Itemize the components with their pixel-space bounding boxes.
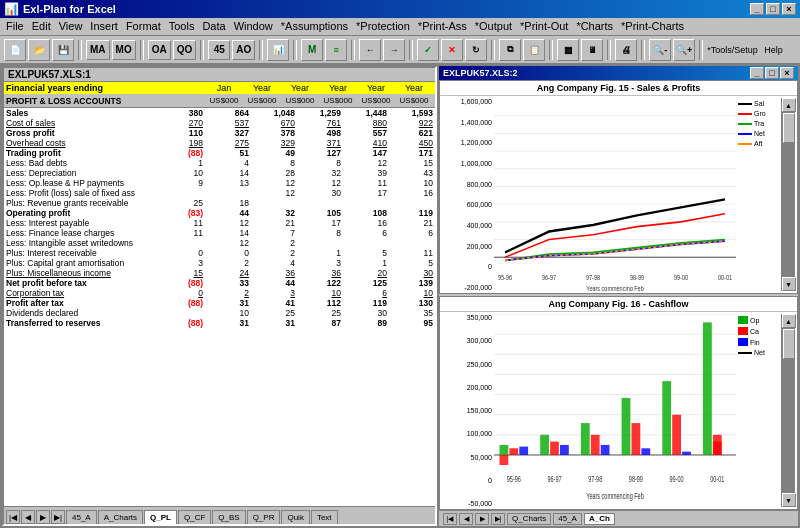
tab-quik[interactable]: Quik <box>281 510 309 524</box>
menu-file[interactable]: File <box>2 19 28 34</box>
chart-tab-nav-next[interactable]: ▶ <box>475 513 489 525</box>
chart-tab-nav-first[interactable]: |◀ <box>443 513 457 525</box>
ao-button[interactable]: AO <box>232 40 255 60</box>
menu-print-out[interactable]: *Print-Out <box>516 19 572 34</box>
y-label: 1,400,000 <box>442 119 492 126</box>
left-spreadsheet-panel: EXLPUK57.XLS:1 Financial years ending Ja… <box>2 66 437 526</box>
scroll-thumb[interactable] <box>783 329 795 359</box>
chart-button[interactable]: 📊 <box>267 39 289 61</box>
oa-button[interactable]: OA <box>148 40 171 60</box>
chart1-scrollbar[interactable]: ▲ ▼ <box>781 98 795 291</box>
spreadsheet[interactable]: Financial years ending Jan Year Year Yea… <box>4 82 435 506</box>
cell: 3 <box>297 258 343 268</box>
maximize-button[interactable]: □ <box>766 3 780 15</box>
tab-45a[interactable]: 45_A <box>66 510 97 524</box>
cell: 1,448 <box>343 108 389 118</box>
help-menu[interactable]: Help <box>764 45 783 55</box>
mo-button[interactable]: MO <box>112 40 136 60</box>
chart2-scrollbar[interactable]: ▲ ▼ <box>781 314 795 507</box>
scroll-up-button[interactable]: ▲ <box>782 98 796 112</box>
menu-edit[interactable]: Edit <box>28 19 55 34</box>
cell: 17 <box>343 188 389 198</box>
45-button[interactable]: 45 <box>208 40 230 60</box>
zoom-out-button[interactable]: 🔍- <box>649 39 671 61</box>
tab-qbs[interactable]: Q_BS <box>212 510 245 524</box>
menu-format[interactable]: Format <box>122 19 165 34</box>
menu-print-charts[interactable]: *Print-Charts <box>617 19 688 34</box>
tab-nav-prev[interactable]: ◀ <box>21 510 35 524</box>
tab-qpr[interactable]: Q_PR <box>247 510 281 524</box>
cell: 10 <box>297 288 343 298</box>
menu-protection[interactable]: *Protection <box>352 19 414 34</box>
cell: 11 <box>389 248 435 258</box>
scroll-thumb[interactable] <box>783 113 795 143</box>
scroll-down-button[interactable]: ▼ <box>782 493 796 507</box>
menu-view[interactable]: View <box>55 19 87 34</box>
menu-window[interactable]: Window <box>230 19 277 34</box>
list-button[interactable]: ≡ <box>325 39 347 61</box>
tab-nav-last[interactable]: ▶| <box>51 510 65 524</box>
ma-button[interactable]: MA <box>86 40 110 60</box>
menu-data[interactable]: Data <box>198 19 229 34</box>
svg-text:96-97: 96-97 <box>547 475 561 484</box>
chart-tab-nav-prev[interactable]: ◀ <box>459 513 473 525</box>
svg-rect-27 <box>519 447 528 455</box>
cell: 35 <box>389 308 435 318</box>
cell: 10 <box>389 288 435 298</box>
tab-qpl[interactable]: Q_PL <box>144 510 177 524</box>
cell <box>159 238 205 248</box>
minimize-button[interactable]: _ <box>750 3 764 15</box>
open-button[interactable]: 📂 <box>28 39 50 61</box>
chart-tab-45a[interactable]: 45_A <box>553 513 582 525</box>
menu-charts[interactable]: *Charts <box>572 19 617 34</box>
tab-nav-next[interactable]: ▶ <box>36 510 50 524</box>
close-button[interactable]: × <box>782 3 796 15</box>
chart-close-button[interactable]: × <box>780 67 794 79</box>
chart-tab-nav-last[interactable]: ▶| <box>491 513 505 525</box>
copy-button[interactable]: ⧉ <box>499 39 521 61</box>
monitor-button[interactable]: 🖥 <box>581 39 603 61</box>
scroll-track <box>782 112 795 277</box>
cell: 380 <box>159 108 205 118</box>
toolbar-separator-11 <box>641 40 645 60</box>
tools-setup-menu[interactable]: *Tools/Setup <box>707 45 758 55</box>
check-button[interactable]: ✓ <box>417 39 439 61</box>
grid-button[interactable]: ▦ <box>557 39 579 61</box>
row-label: Trading profit <box>4 148 159 158</box>
chart-minimize-button[interactable]: _ <box>750 67 764 79</box>
arrow-left-button[interactable]: ← <box>359 39 381 61</box>
cell: 31 <box>205 318 251 328</box>
cell: 557 <box>343 128 389 138</box>
menu-output[interactable]: *Output <box>471 19 516 34</box>
cell: (88) <box>159 148 205 158</box>
tab-qcf[interactable]: Q_CF <box>178 510 211 524</box>
menu-assumptions[interactable]: *Assumptions <box>277 19 352 34</box>
qo-button[interactable]: QO <box>173 40 197 60</box>
mail-button[interactable]: M <box>301 39 323 61</box>
new-button[interactable]: 📄 <box>4 39 26 61</box>
tab-acharts[interactable]: A_Charts <box>98 510 143 524</box>
menu-insert[interactable]: Insert <box>86 19 122 34</box>
scroll-up-button[interactable]: ▲ <box>782 314 796 328</box>
tab-nav-first[interactable]: |◀ <box>6 510 20 524</box>
cell: 31 <box>205 298 251 308</box>
chart-maximize-button[interactable]: □ <box>765 67 779 79</box>
paste-button[interactable]: 📋 <box>523 39 545 61</box>
chart-tab-qcharts[interactable]: Q_Charts <box>507 513 551 525</box>
refresh-button[interactable]: ↻ <box>465 39 487 61</box>
scroll-down-button[interactable]: ▼ <box>782 277 796 291</box>
zoom-in-button[interactable]: 🔍+ <box>673 39 695 61</box>
svg-text:Years commencing Feb: Years commencing Feb <box>586 284 644 291</box>
menu-print-ass[interactable]: *Print-Ass <box>414 19 471 34</box>
chart-tab-ach[interactable]: A_Ch <box>584 513 615 525</box>
tab-text[interactable]: Text <box>311 510 338 524</box>
arrow-right-button[interactable]: → <box>383 39 405 61</box>
menu-tools[interactable]: Tools <box>165 19 199 34</box>
pl-table: Sales 380 864 1,048 1,259 1,448 1,593 Co… <box>4 108 435 328</box>
row-label: Less: Op.lease & HP payments <box>4 178 159 188</box>
print-button[interactable]: 🖨 <box>615 39 637 61</box>
x-button[interactable]: ✕ <box>441 39 463 61</box>
legend-item: Net <box>738 349 779 356</box>
y-label: 600,000 <box>442 201 492 208</box>
save-button[interactable]: 💾 <box>52 39 74 61</box>
